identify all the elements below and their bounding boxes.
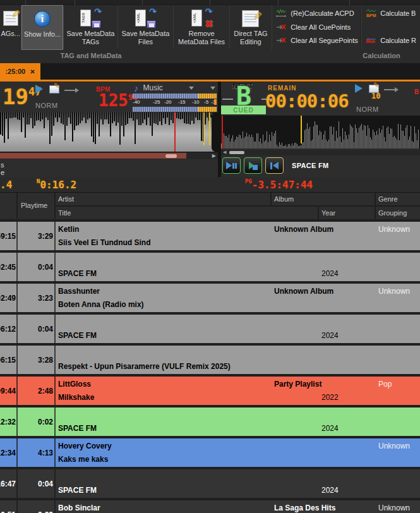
secondary-dropdown-icon[interactable]	[210, 87, 215, 90]
playlist-row[interactable]: 02:493:23BasshunterBoten Anna (Radio mix…	[0, 284, 420, 312]
cell-album: Unknown Album	[274, 225, 333, 234]
playlist-row[interactable]: 09:442:48LittGlossMilkshakeParty Playlis…	[0, 377, 420, 405]
header-title[interactable]: Title	[58, 209, 71, 217]
player-b-bpm-label: B	[414, 88, 419, 95]
cell-playtime: 0:04	[18, 469, 53, 498]
player-b: NEXT B CUED REMAIN 00:00:06 10 ✎ NORM B …	[221, 81, 420, 177]
cell-title: SPACE FM	[58, 269, 97, 278]
playlist-row[interactable]: 06:120:04SPACE FM2024	[0, 315, 420, 343]
player-a-segue-marker	[209, 112, 210, 145]
music-note-icon: ♪	[134, 83, 139, 94]
playlist-row[interactable]: 02:450:04SPACE FM2024	[0, 253, 420, 281]
cell-genre: Pop	[378, 380, 392, 389]
playlist-row[interactable]: 16:470:04SPACE FM2024	[0, 469, 420, 498]
direct-tag-icon: ✎	[242, 7, 259, 30]
player-b-waveform[interactable]	[221, 116, 420, 148]
cell-scheduled-time: 06:12	[0, 315, 16, 343]
playlist-row[interactable]: 06:153:28Respekt - Upun Pisaramerre (VUL…	[0, 346, 420, 374]
meter-bar-top	[133, 94, 217, 99]
player-b-segue-arrow-icon[interactable]	[384, 89, 395, 90]
category-dropdown-icon[interactable]	[189, 87, 194, 90]
playlist-rows: 59:153:29KetlinSiis Veel Ei Tundnud Sind…	[0, 219, 420, 513]
playlist-row[interactable]: 12:344:13Hovery CoveryKaks me kaksUnknow…	[0, 438, 420, 467]
player-a-position-line	[174, 112, 176, 152]
save-metadata-tags-button[interactable]: TAGS↷ Save MetaData TAGs	[64, 5, 117, 50]
playlist-row[interactable]: 59:153:29KetlinSiis Veel Ei Tundnud Sind…	[0, 222, 420, 250]
cell-playtime: 2:48	[18, 377, 53, 405]
meter-scale: -40 -25 -20 -15 -10 -5 -3	[133, 99, 217, 106]
edit-tags-button[interactable]: ✎ AGs...	[0, 5, 21, 50]
header-playtime[interactable]: Playtime	[21, 202, 47, 209]
status-playlist-gap: PG-3.5:47:44	[245, 179, 313, 191]
save-xml-icon: <XML↷	[135, 7, 156, 30]
column-divider	[54, 284, 56, 312]
waveform-calc-icon	[366, 36, 376, 45]
column-divider	[54, 500, 56, 513]
player-a-segue-arrow-icon[interactable]	[64, 90, 76, 91]
cell-title: SPACE FM	[58, 424, 97, 433]
cell-title: Boten Anna (Radio mix)	[58, 300, 144, 309]
header-album[interactable]: Album	[274, 195, 294, 203]
player-b-cued-badge: CUED	[221, 106, 266, 114]
scrollbar-left-arrow-icon[interactable]: ◀	[223, 150, 226, 155]
cell-year: 2022	[321, 393, 339, 402]
player-b-edit-icon[interactable]: ✎	[369, 85, 379, 93]
playlist-tab[interactable]: :25:00 ✕	[0, 63, 40, 80]
direct-tag-editing-button[interactable]: ✎ Direct TAG Editing	[230, 5, 271, 50]
column-divider	[54, 407, 56, 436]
cell-year: 2024	[321, 424, 339, 433]
calculate-replaygain-button[interactable]: Calculate R	[366, 35, 416, 46]
cell-playtime: 0:02	[18, 407, 53, 436]
play-stop-button[interactable]	[244, 157, 262, 174]
cell-genre: Unknown	[378, 504, 410, 512]
remove-xml-icon: <XML↷✖	[191, 7, 212, 30]
cell-title: SPACE FM	[58, 486, 97, 495]
tab-close-icon[interactable]: ✕	[30, 68, 35, 75]
cell-title: Kaks me kaks	[58, 455, 108, 464]
ribbon-group-tag-metadata: TAG and MetaData	[35, 52, 147, 59]
bpm-icon: BPM	[366, 9, 376, 18]
track-category-select[interactable]: Music	[143, 83, 189, 92]
player-a-waveform[interactable]	[0, 112, 218, 152]
player-a-edit-icon[interactable]: ✎	[49, 85, 59, 94]
player-b-play-icon[interactable]	[355, 84, 363, 93]
playlist-row[interactable]: 12:320:02SPACE FM2024	[0, 407, 420, 436]
playlist-row[interactable]: 16:513:22Bob SinclarLove Generation (Rad…	[0, 500, 420, 513]
player-a: 1947 NORM ✎ BPM 12595 ♪ Music -40 -25 -2…	[0, 81, 218, 177]
cell-artist: Hovery Covery	[58, 442, 112, 450]
player-a-scrollbar[interactable]: ▶	[0, 152, 218, 159]
info-icon: i	[34, 8, 51, 30]
player-b-norm-label: NORM	[356, 106, 379, 113]
player-a-play-icon[interactable]	[35, 85, 43, 94]
clear-all-cuepoints-button[interactable]: Clear All CuePoints	[276, 21, 357, 33]
clear-all-seguepoints-button[interactable]: Clear All SeguePoints	[276, 35, 357, 46]
scrollbar-thumb[interactable]	[229, 151, 244, 154]
cell-artist: Basshunter	[58, 287, 100, 296]
save-metadata-files-button[interactable]: <XML↷ Save MetaData Files	[118, 5, 173, 50]
cell-year: 2024	[321, 331, 339, 340]
remove-metadata-files-button[interactable]: <XML↷✖ Remove MetaData Files	[174, 5, 230, 50]
column-divider	[54, 438, 56, 467]
show-info-button[interactable]: i Show Info...	[21, 5, 63, 50]
play-pause-button[interactable]	[222, 157, 241, 174]
scrollbar-right-arrow-icon[interactable]: ▶	[212, 153, 216, 159]
cell-scheduled-time: 12:32	[0, 407, 16, 436]
skip-to-start-button[interactable]	[265, 157, 284, 174]
player-b-scrollbar[interactable]: ◀	[221, 150, 420, 155]
header-grouping[interactable]: Grouping	[378, 209, 407, 217]
player-a-cue-marker	[203, 112, 205, 145]
header-artist[interactable]: Artist	[58, 195, 74, 203]
cell-playtime: 3:22	[18, 500, 53, 513]
cell-playtime: 3:28	[18, 346, 53, 374]
scrollbar-track[interactable]	[0, 153, 186, 159]
scrollbar-thumb[interactable]	[165, 154, 177, 158]
clipped-text-fragment: e	[1, 169, 4, 176]
calculate-bpm-button[interactable]: BPM Calculate B	[366, 8, 416, 19]
app-window: ✎ AGs... i Show Info... TAGS↷ Save MetaD…	[0, 0, 420, 513]
cell-scheduled-time: 02:49	[0, 284, 16, 312]
header-year[interactable]: Year	[321, 209, 335, 217]
player-b-remain-time: 00:00:06	[265, 90, 349, 112]
recalculate-acpd-button[interactable]: (Re)Calculate ACPD	[276, 8, 357, 19]
cell-scheduled-time: 02:45	[0, 253, 16, 281]
header-genre[interactable]: Genre	[378, 195, 398, 203]
